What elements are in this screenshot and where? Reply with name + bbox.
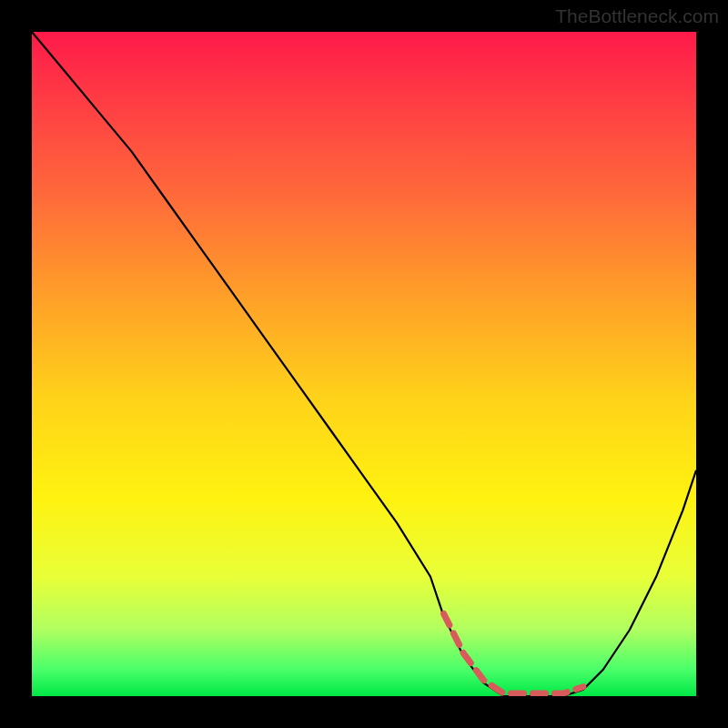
highlight-segment [444, 613, 583, 693]
chart-container: TheBottleneck.com [0, 0, 728, 728]
plot-area [32, 32, 696, 696]
watermark-text: TheBottleneck.com [555, 5, 719, 27]
curve-layer [32, 32, 696, 696]
bottleneck-curve [32, 32, 696, 696]
